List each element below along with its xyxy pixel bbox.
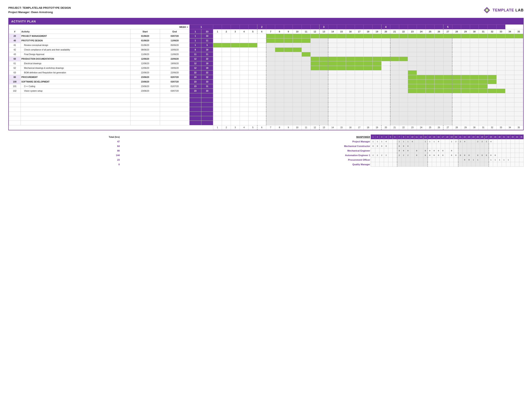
mp-value-cell — [467, 144, 471, 148]
bar-cell — [435, 102, 443, 107]
logo-area: TEMPLATE LAB — [483, 6, 524, 14]
mp-h34: 34 — [515, 135, 519, 139]
row-we: 10 — [201, 48, 213, 52]
mp-value-cell — [462, 148, 467, 153]
bar-cell — [470, 84, 479, 89]
bar-cell — [337, 89, 346, 93]
week4-d6 — [435, 25, 443, 29]
bar-cell — [461, 75, 470, 80]
bar-cell — [248, 89, 258, 93]
bar-cell — [443, 38, 452, 43]
mp-h6: 6 — [393, 135, 397, 139]
row-start — [130, 102, 160, 107]
bar-cell — [231, 112, 240, 116]
bar-cell — [488, 52, 497, 57]
bar-cell — [514, 102, 523, 107]
gantt-row: 100SOFTWARE DEVELOPMENT23/06/2003/07/202… — [9, 80, 523, 84]
bar-cell — [408, 70, 417, 75]
mp-value-cell — [419, 144, 423, 148]
bar-cell — [257, 107, 266, 112]
bar-cell — [284, 89, 293, 93]
bar-cell — [452, 75, 461, 80]
bar-cell — [240, 70, 248, 75]
bar-cell — [355, 43, 364, 48]
bar-cell — [248, 38, 258, 43]
mp-value-cell — [445, 148, 450, 153]
bar-cell — [319, 66, 328, 70]
bar-cell — [496, 98, 505, 102]
bar-cell — [452, 38, 461, 43]
mp-value-cell: 1 — [423, 139, 428, 144]
mp-value-cell: 8 — [397, 148, 401, 153]
bar-cell — [284, 84, 293, 89]
mp-value-cell — [493, 139, 498, 144]
bar-cell — [328, 43, 337, 48]
mp-h27: 27 — [484, 135, 489, 139]
mp-value-cell — [415, 144, 419, 148]
bar-cell — [452, 43, 461, 48]
bar-cell — [266, 89, 275, 93]
mp-value-cell — [454, 162, 458, 167]
bar-cell — [222, 61, 231, 66]
bar-cell — [319, 75, 328, 80]
bar-cell — [381, 80, 390, 84]
mp-h13: 13 — [423, 135, 428, 139]
week2-d6 — [310, 25, 319, 29]
bar-cell — [302, 102, 310, 107]
bar-cell — [319, 61, 328, 66]
mp-role-label: MANPOWER — [120, 135, 371, 139]
mp-value-cell — [419, 139, 423, 144]
bar-cell — [293, 75, 302, 80]
bar-cell — [417, 70, 426, 75]
bar-cell — [399, 66, 408, 70]
mp-value-cell: 8 — [371, 144, 375, 148]
week4-d4 — [417, 25, 426, 29]
mp-value-cell: 8 — [415, 153, 419, 158]
week2-label: 2 — [257, 25, 266, 29]
bar-cell — [355, 70, 364, 75]
mp-value-cell — [458, 144, 462, 148]
d18: 18 — [364, 29, 373, 34]
row-id: 43 — [9, 52, 21, 57]
bar-cell — [293, 34, 302, 38]
mp-value-cell — [375, 158, 380, 162]
bar-cell — [213, 93, 222, 98]
bar-cell — [496, 57, 505, 61]
bar-cell — [514, 43, 523, 48]
week2-d2 — [275, 25, 284, 29]
bar-cell — [240, 43, 248, 48]
mp-value-cell — [380, 148, 384, 153]
mp-value-cell: 8 — [432, 153, 437, 158]
bar-cell — [399, 116, 408, 121]
mp-value-cell: 8 — [493, 153, 498, 158]
bar-cell — [231, 43, 240, 48]
bar-cell — [310, 98, 319, 102]
activity-plan-header: ACTIVITY PLAN — [9, 18, 523, 25]
row-ws: 23 — [189, 75, 201, 80]
mp-value-cell — [384, 148, 388, 153]
bar-cell — [302, 93, 310, 98]
bar-cell — [479, 48, 488, 52]
bar-cell — [426, 116, 435, 121]
mp-value-cell: 8 — [450, 148, 454, 153]
bar-cell — [248, 107, 258, 112]
bar-cell — [337, 121, 346, 125]
row-start: 08/06/20 — [130, 48, 160, 52]
mp-value-cell — [515, 162, 519, 167]
row-ws: 1 — [189, 34, 201, 38]
week3-d6 — [372, 25, 381, 29]
mp-value-cell: 8 — [462, 153, 467, 158]
bar-cell — [443, 84, 452, 89]
mp-value-cell — [511, 153, 515, 158]
mp-value-cell — [441, 162, 445, 167]
bar-cell — [364, 112, 373, 116]
bar-cell — [372, 70, 381, 75]
mp-h4: 4 — [384, 135, 388, 139]
row-we — [201, 107, 213, 112]
bottom-day-row: 1 2 3 4 5 6 7 8 9 10 11 12 13 14 15 16 1… — [9, 125, 523, 130]
mp-value-cell — [445, 158, 450, 162]
mp-value-cell — [437, 144, 441, 148]
bar-cell — [346, 70, 355, 75]
bar-cell — [328, 84, 337, 89]
bar-cell — [310, 61, 319, 66]
